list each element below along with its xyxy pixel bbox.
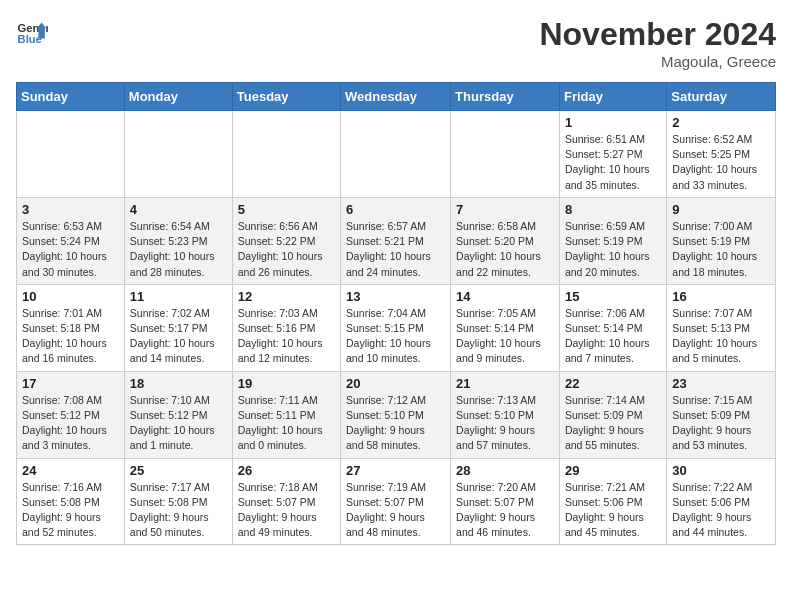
day-info: Sunrise: 7:05 AM Sunset: 5:14 PM Dayligh… (456, 306, 554, 367)
day-number: 21 (456, 376, 554, 391)
calendar-cell: 18Sunrise: 7:10 AM Sunset: 5:12 PM Dayli… (124, 371, 232, 458)
col-header-thursday: Thursday (451, 83, 560, 111)
day-info: Sunrise: 7:15 AM Sunset: 5:09 PM Dayligh… (672, 393, 770, 454)
col-header-monday: Monday (124, 83, 232, 111)
week-row-5: 24Sunrise: 7:16 AM Sunset: 5:08 PM Dayli… (17, 458, 776, 545)
day-number: 5 (238, 202, 335, 217)
calendar-cell: 11Sunrise: 7:02 AM Sunset: 5:17 PM Dayli… (124, 284, 232, 371)
day-info: Sunrise: 7:11 AM Sunset: 5:11 PM Dayligh… (238, 393, 335, 454)
header-row: SundayMondayTuesdayWednesdayThursdayFrid… (17, 83, 776, 111)
day-info: Sunrise: 6:58 AM Sunset: 5:20 PM Dayligh… (456, 219, 554, 280)
week-row-3: 10Sunrise: 7:01 AM Sunset: 5:18 PM Dayli… (17, 284, 776, 371)
day-info: Sunrise: 7:20 AM Sunset: 5:07 PM Dayligh… (456, 480, 554, 541)
day-info: Sunrise: 6:59 AM Sunset: 5:19 PM Dayligh… (565, 219, 661, 280)
col-header-sunday: Sunday (17, 83, 125, 111)
calendar-cell: 14Sunrise: 7:05 AM Sunset: 5:14 PM Dayli… (451, 284, 560, 371)
calendar-cell: 6Sunrise: 6:57 AM Sunset: 5:21 PM Daylig… (341, 197, 451, 284)
day-number: 16 (672, 289, 770, 304)
day-number: 6 (346, 202, 445, 217)
day-number: 17 (22, 376, 119, 391)
calendar-cell: 26Sunrise: 7:18 AM Sunset: 5:07 PM Dayli… (232, 458, 340, 545)
day-info: Sunrise: 7:22 AM Sunset: 5:06 PM Dayligh… (672, 480, 770, 541)
calendar-cell: 7Sunrise: 6:58 AM Sunset: 5:20 PM Daylig… (451, 197, 560, 284)
calendar-cell (232, 111, 340, 198)
day-number: 23 (672, 376, 770, 391)
day-info: Sunrise: 6:53 AM Sunset: 5:24 PM Dayligh… (22, 219, 119, 280)
day-number: 26 (238, 463, 335, 478)
calendar-cell: 19Sunrise: 7:11 AM Sunset: 5:11 PM Dayli… (232, 371, 340, 458)
week-row-2: 3Sunrise: 6:53 AM Sunset: 5:24 PM Daylig… (17, 197, 776, 284)
day-info: Sunrise: 7:01 AM Sunset: 5:18 PM Dayligh… (22, 306, 119, 367)
day-info: Sunrise: 6:51 AM Sunset: 5:27 PM Dayligh… (565, 132, 661, 193)
calendar-cell: 12Sunrise: 7:03 AM Sunset: 5:16 PM Dayli… (232, 284, 340, 371)
day-info: Sunrise: 6:52 AM Sunset: 5:25 PM Dayligh… (672, 132, 770, 193)
svg-text:Blue: Blue (18, 33, 42, 45)
day-number: 11 (130, 289, 227, 304)
day-info: Sunrise: 7:14 AM Sunset: 5:09 PM Dayligh… (565, 393, 661, 454)
col-header-wednesday: Wednesday (341, 83, 451, 111)
calendar-cell: 9Sunrise: 7:00 AM Sunset: 5:19 PM Daylig… (667, 197, 776, 284)
calendar-cell: 13Sunrise: 7:04 AM Sunset: 5:15 PM Dayli… (341, 284, 451, 371)
calendar-table: SundayMondayTuesdayWednesdayThursdayFrid… (16, 82, 776, 545)
day-number: 1 (565, 115, 661, 130)
calendar-cell: 16Sunrise: 7:07 AM Sunset: 5:13 PM Dayli… (667, 284, 776, 371)
day-number: 24 (22, 463, 119, 478)
day-info: Sunrise: 7:00 AM Sunset: 5:19 PM Dayligh… (672, 219, 770, 280)
col-header-saturday: Saturday (667, 83, 776, 111)
day-info: Sunrise: 7:04 AM Sunset: 5:15 PM Dayligh… (346, 306, 445, 367)
calendar-cell: 24Sunrise: 7:16 AM Sunset: 5:08 PM Dayli… (17, 458, 125, 545)
day-number: 13 (346, 289, 445, 304)
day-number: 28 (456, 463, 554, 478)
day-number: 9 (672, 202, 770, 217)
calendar-cell (124, 111, 232, 198)
calendar-cell: 25Sunrise: 7:17 AM Sunset: 5:08 PM Dayli… (124, 458, 232, 545)
day-info: Sunrise: 7:17 AM Sunset: 5:08 PM Dayligh… (130, 480, 227, 541)
col-header-tuesday: Tuesday (232, 83, 340, 111)
logo-icon: General Blue (16, 16, 48, 48)
calendar-cell (17, 111, 125, 198)
day-info: Sunrise: 7:03 AM Sunset: 5:16 PM Dayligh… (238, 306, 335, 367)
day-info: Sunrise: 7:19 AM Sunset: 5:07 PM Dayligh… (346, 480, 445, 541)
calendar-cell: 22Sunrise: 7:14 AM Sunset: 5:09 PM Dayli… (559, 371, 666, 458)
day-number: 12 (238, 289, 335, 304)
calendar-cell (341, 111, 451, 198)
month-title: November 2024 (539, 16, 776, 53)
day-info: Sunrise: 6:54 AM Sunset: 5:23 PM Dayligh… (130, 219, 227, 280)
day-info: Sunrise: 7:06 AM Sunset: 5:14 PM Dayligh… (565, 306, 661, 367)
calendar-cell: 23Sunrise: 7:15 AM Sunset: 5:09 PM Dayli… (667, 371, 776, 458)
week-row-1: 1Sunrise: 6:51 AM Sunset: 5:27 PM Daylig… (17, 111, 776, 198)
day-info: Sunrise: 6:56 AM Sunset: 5:22 PM Dayligh… (238, 219, 335, 280)
day-number: 22 (565, 376, 661, 391)
day-number: 19 (238, 376, 335, 391)
day-info: Sunrise: 7:07 AM Sunset: 5:13 PM Dayligh… (672, 306, 770, 367)
day-number: 8 (565, 202, 661, 217)
calendar-cell: 27Sunrise: 7:19 AM Sunset: 5:07 PM Dayli… (341, 458, 451, 545)
header: General Blue November 2024 Magoula, Gree… (16, 16, 776, 70)
day-info: Sunrise: 7:13 AM Sunset: 5:10 PM Dayligh… (456, 393, 554, 454)
calendar-cell: 29Sunrise: 7:21 AM Sunset: 5:06 PM Dayli… (559, 458, 666, 545)
day-number: 3 (22, 202, 119, 217)
day-number: 25 (130, 463, 227, 478)
day-number: 10 (22, 289, 119, 304)
calendar-cell: 2Sunrise: 6:52 AM Sunset: 5:25 PM Daylig… (667, 111, 776, 198)
calendar-cell (451, 111, 560, 198)
day-number: 14 (456, 289, 554, 304)
day-info: Sunrise: 7:18 AM Sunset: 5:07 PM Dayligh… (238, 480, 335, 541)
col-header-friday: Friday (559, 83, 666, 111)
calendar-cell: 3Sunrise: 6:53 AM Sunset: 5:24 PM Daylig… (17, 197, 125, 284)
logo: General Blue (16, 16, 48, 48)
calendar-cell: 30Sunrise: 7:22 AM Sunset: 5:06 PM Dayli… (667, 458, 776, 545)
day-number: 29 (565, 463, 661, 478)
calendar-cell: 17Sunrise: 7:08 AM Sunset: 5:12 PM Dayli… (17, 371, 125, 458)
calendar-cell: 4Sunrise: 6:54 AM Sunset: 5:23 PM Daylig… (124, 197, 232, 284)
calendar-cell: 8Sunrise: 6:59 AM Sunset: 5:19 PM Daylig… (559, 197, 666, 284)
day-number: 18 (130, 376, 227, 391)
day-number: 7 (456, 202, 554, 217)
day-info: Sunrise: 7:02 AM Sunset: 5:17 PM Dayligh… (130, 306, 227, 367)
title-area: November 2024 Magoula, Greece (539, 16, 776, 70)
calendar-cell: 10Sunrise: 7:01 AM Sunset: 5:18 PM Dayli… (17, 284, 125, 371)
day-info: Sunrise: 7:21 AM Sunset: 5:06 PM Dayligh… (565, 480, 661, 541)
calendar-cell: 15Sunrise: 7:06 AM Sunset: 5:14 PM Dayli… (559, 284, 666, 371)
day-number: 27 (346, 463, 445, 478)
calendar-cell: 20Sunrise: 7:12 AM Sunset: 5:10 PM Dayli… (341, 371, 451, 458)
